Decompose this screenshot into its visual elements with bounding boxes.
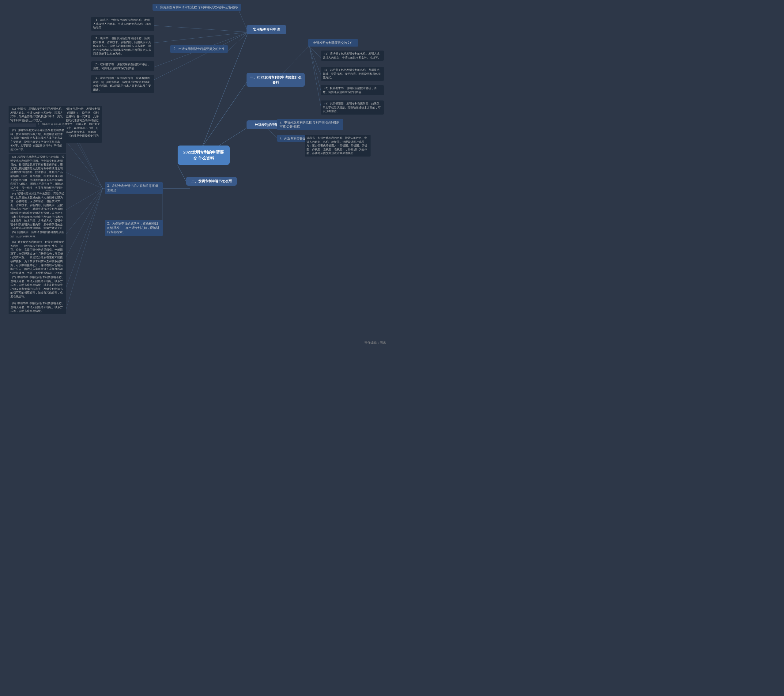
svg-line-23: [66, 173, 102, 188]
b4-6: （5）附图说明，所申请发明的各种图纸说明: [8, 229, 66, 236]
svg-line-0: [202, 80, 248, 147]
mindmap-container: 2022发明专利的申请要交 什么资料 一、2022发明专利的申请要交什么 资料 …: [0, 0, 392, 348]
b2-sub4: （4）说明书附图：实用新型专利一定要有附图说明。5）说明书摘要：清楚地反映发明要…: [91, 75, 154, 93]
b3-2-detail: 请求书：包括外观专利的名称、设计人的姓名、申请人的姓名、名称、地址等。外观设计图…: [305, 135, 371, 157]
b4-9: （8）申请书中均明此发明专利的发明名称、发明人姓名、申请人的姓名和地址、联系方式…: [8, 300, 66, 314]
footer-label: 责任编辑：周末: [364, 341, 386, 345]
svg-line-28: [66, 188, 102, 310]
b2-sub2: （2）说明书：包括实用新型专利的名称、所属技术领域、背景技术、发明内容、附图说明…: [91, 35, 154, 57]
svg-line-22: [66, 141, 102, 188]
b1-sub1-1: （1）请求书：包括发明专利的名称、发明人或设计人的姓名、申请人的姓名和名称、地址…: [321, 51, 384, 61]
branch1-label: 一、2022发明专利的申请要交什么 资料: [247, 73, 305, 87]
b4-8: （7）申请书中均明此发明专利的发明名称、发明人姓名、申请人的姓名和地址、联系方式…: [8, 274, 66, 300]
b1-sub1-4: （4）说明书附图：发明专利有则附图，如果仅用文字就足以清楚、完整地描述技术方案的…: [321, 101, 384, 115]
branch2-label: 实用新型专利申请: [247, 25, 287, 34]
b3-1: 1、申请外观专利的流程:专利申请-受理-初步 审查-公告-授权: [277, 119, 343, 130]
b2-sub3: （3）权利要求书：说明实用新型的技术特征，清楚、简要地表述请求保护的内容。: [91, 61, 154, 71]
svg-line-6: [309, 46, 321, 77]
svg-line-12: [153, 32, 248, 43]
svg-line-5: [309, 46, 321, 59]
svg-line-10: [153, 25, 248, 32]
svg-line-27: [66, 188, 102, 288]
b4-3: （2）说明书摘要文字部分应当简要发明的名称、技术领域的大概介绍、并使用普通技术人…: [8, 127, 66, 153]
svg-line-7: [309, 46, 321, 94]
b1-sub1-3: （3）权利要求书：说明发明的技术特征，清楚、简要地表述请求保护的内容。: [321, 85, 384, 95]
b2-top: 1、实用新型专利申请审批流程:专利申请-受理-初审-公告-授权: [153, 4, 241, 11]
b2-sub1: （1）请求书：包括实用新型专利的名称、发明人或设计人的姓名、申请人的姓名和名称、…: [91, 17, 154, 31]
svg-line-26: [66, 188, 102, 257]
b4-2: （1）申请书中应明此发明专利的发明名称、发明人姓名、申请人的姓名和地址、联系方式…: [8, 106, 66, 124]
b1-sub1: 申请发明专利需要提交的文件: [308, 39, 358, 46]
svg-line-3: [178, 165, 187, 183]
b1-sub1-2: （2）说明书：包括发明专利的名称、所属技术领域、背景技术、发明内容、附图说明和具…: [321, 67, 384, 81]
b4-3-right: 3、发明专利申请书的内容和注意事项主要是：: [105, 182, 163, 194]
svg-line-14: [153, 32, 248, 80]
b4-4-right: 2、为保证申请的成功率，避免被驳回的情况发生，在申请专利之前，应该进行专利检索。: [105, 220, 163, 236]
svg-line-15: [227, 32, 248, 52]
svg-line-25: [66, 188, 102, 234]
svg-line-24: [66, 188, 102, 210]
center-node: 2022发明专利的申请要交 什么资料: [178, 145, 230, 165]
branch4-label: 二、发明专利申请书怎么写: [186, 177, 237, 186]
b2-sub5: 2、申请实用新型专利需要提交的文件: [170, 45, 228, 53]
svg-line-8: [309, 46, 321, 110]
